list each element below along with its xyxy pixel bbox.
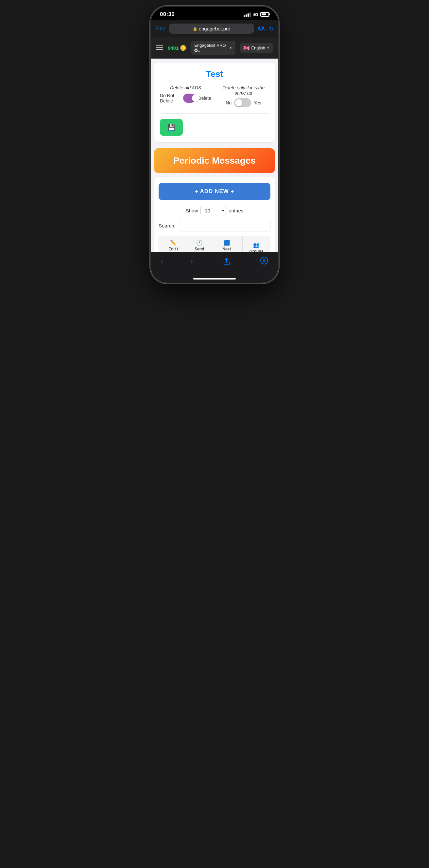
share-button[interactable] [221,256,232,268]
lock-icon: 🔒 [193,27,198,31]
svg-point-1 [263,259,265,261]
search-label: Search: [159,223,175,228]
signal-bars-icon [243,12,251,17]
phone-screen: 00:30 4G Fine 🔒 engagebot.pro [151,6,278,283]
same-ad-col: Delete only if it is the same ad No Yes [218,85,269,107]
lang-dropdown-arrow: ▼ [266,46,270,50]
site-navbar: 9401 🪙 EngageBot.PRO ✪.. ▼ 🇬🇧 English ▼ [151,37,278,59]
compass-button[interactable] [260,256,268,267]
th-next-message[interactable]: 🟦 NextMessage ▲▼ [211,236,242,252]
search-input[interactable] [179,220,270,231]
save-button[interactable]: 💾 [160,119,183,136]
periodic-table: ✏️ Edit /Preview ▲▼ 👁 [159,236,270,252]
periodic-title: Periodic Messages [160,155,269,166]
do-not-delete-label: Do Not Delete [160,93,180,103]
home-bar [193,278,236,280]
card-title: Test [160,69,269,79]
browser-bottom-nav: ‹ › [151,252,278,276]
credits-value: 9401 [168,45,178,51]
settings-card: Test Delete old ADS Do Not Delete Delete [154,63,275,143]
show-label: Show [186,208,198,213]
groups-icon: 👥 [253,242,260,248]
periodic-messages-header: Periodic Messages [154,148,275,173]
entries-label: entries [229,208,243,213]
same-ad-label: Delete only if it is the same ad [218,85,269,96]
next-message-icon: 🟦 [223,240,230,246]
delete-old-ads-label: Delete old ADS [160,85,211,90]
clock-icon: 🕐 [196,240,203,246]
bot-name: EngageBot.PRO ✪.. [194,43,228,53]
card-divider [160,113,269,114]
share-icon [223,257,230,266]
table-header-row: ✏️ Edit /Preview ▲▼ 👁 [159,236,270,252]
add-new-label: + ADD NEW + [195,188,234,195]
delete-section: Delete old ADS Do Not Delete Delete Dele… [160,85,269,107]
bot-selector[interactable]: EngageBot.PRO ✪.. ▼ [191,41,235,55]
nav-back-button[interactable]: ‹ [161,257,163,266]
hamburger-menu-button[interactable] [156,45,163,50]
browser-aa-button[interactable]: AA [257,26,265,32]
status-bar: 00:30 4G [151,6,278,20]
edit-icon: ✏️ [170,240,176,246]
browser-actions: AA ↻ [257,25,274,32]
battery-fill [262,13,266,16]
delete-label: Delete [198,96,211,101]
language-selector[interactable]: 🇬🇧 English ▼ [240,43,273,53]
same-ad-toggle-thumb [235,99,242,106]
same-ad-toggle-row: No Yes [218,98,269,107]
browser-refresh-button[interactable]: ↻ [269,25,274,32]
th-edit-preview[interactable]: ✏️ Edit /Preview ▲▼ 👁 [159,236,188,252]
th-groups[interactable]: 👥 Groups ▲▼ [242,236,270,252]
browser-bar: Fine 🔒 engagebot.pro AA ↻ [151,20,278,37]
status-time: 00:30 [160,11,175,18]
add-new-button[interactable]: + ADD NEW + [159,183,270,200]
status-icons: 4G [243,12,269,17]
nav-credits: 9401 🪙 [168,45,186,51]
notch [195,6,234,17]
svg-point-0 [261,257,268,264]
same-ad-toggle[interactable] [234,98,251,107]
home-indicator [151,276,278,283]
network-type: 4G [253,12,258,17]
delete-toggle-thumb [192,95,199,102]
save-icon: 💾 [167,123,175,131]
page-content: Test Delete old ADS Do Not Delete Delete [151,59,278,252]
phone-frame: 00:30 4G Fine 🔒 engagebot.pro [151,6,278,283]
bot-dropdown-arrow: ▼ [229,46,232,50]
browser-back-label[interactable]: Fine [155,26,165,32]
battery-icon [260,12,269,17]
language-label: English [251,45,265,51]
delete-old-ads-col: Delete old ADS Do Not Delete Delete [160,85,211,103]
browser-url-bar[interactable]: 🔒 engagebot.pro [169,24,254,34]
coin-icon: 🪙 [180,45,186,51]
periodic-content: + ADD NEW + Show 10 25 50 100 entries Se… [154,177,275,252]
nav-forward-button[interactable]: › [191,257,193,266]
compass-icon [260,256,268,265]
entries-select[interactable]: 10 25 50 100 [200,206,226,215]
show-entries-row: Show 10 25 50 100 entries [159,206,270,215]
th-send-every[interactable]: 🕐 SendEvery ▲▼ [188,236,211,252]
flag-icon: 🇬🇧 [243,45,250,51]
browser-url: engagebot.pro [199,26,231,31]
no-label: No [226,100,231,105]
delete-toggle-row: Do Not Delete Delete [160,93,211,103]
delete-toggle[interactable] [183,94,195,103]
yes-label: Yes [254,100,261,105]
search-row: Search: [159,220,270,231]
